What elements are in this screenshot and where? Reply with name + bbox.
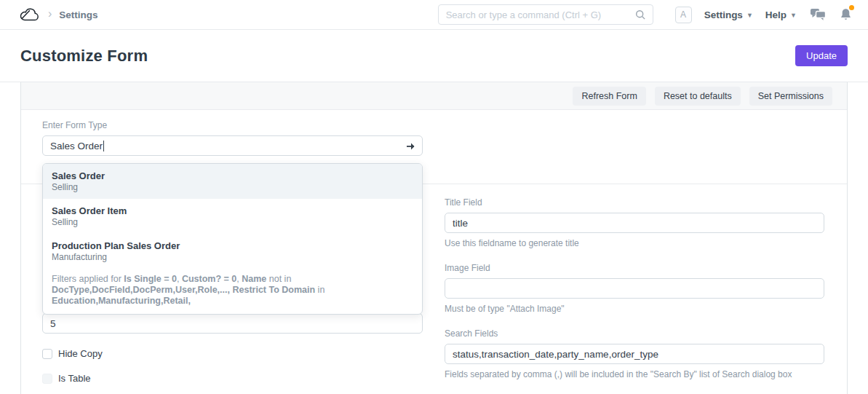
help-menu[interactable]: Help ▼ bbox=[765, 9, 797, 20]
customize-form-page: › Settings A Settings ▼ Help ▼ bbox=[0, 0, 868, 394]
checkbox-label: Hide Copy bbox=[58, 348, 103, 359]
form-type-label: Enter Form Type bbox=[42, 120, 423, 130]
title-field-label: Title Field bbox=[445, 197, 824, 208]
reset-to-defaults-button[interactable]: Reset to defaults bbox=[655, 87, 741, 106]
search-fields-input[interactable] bbox=[445, 344, 824, 364]
dropdown-option[interactable]: Production Plan Sales Order Manufacturin… bbox=[43, 234, 422, 269]
search-fields-field: Search Fields Fields separated by comma … bbox=[445, 328, 824, 379]
global-search[interactable] bbox=[438, 4, 653, 25]
hide-copy-checkbox-row[interactable]: Hide Copy bbox=[42, 348, 103, 359]
title-field: Title Field Use this fieldname to genera… bbox=[445, 197, 824, 248]
checkbox-disabled bbox=[42, 374, 52, 384]
form-type-input[interactable]: Sales Order bbox=[42, 135, 423, 156]
search-icon bbox=[635, 9, 646, 20]
app-logo-icon[interactable] bbox=[19, 7, 39, 22]
text-cursor bbox=[103, 141, 104, 151]
image-field-label: Image Field bbox=[445, 263, 824, 273]
form-card: Refresh Form Reset to defaults Set Permi… bbox=[20, 82, 848, 394]
avatar[interactable]: A bbox=[675, 7, 692, 23]
max-attachments-input[interactable] bbox=[42, 313, 423, 334]
form-type-field: Enter Form Type Sales Order bbox=[42, 120, 423, 156]
navbar-right: A Settings ▼ Help ▼ bbox=[675, 7, 852, 23]
search-fields-label: Search Fields bbox=[445, 328, 824, 339]
right-column: Title Field Use this fieldname to genera… bbox=[445, 197, 824, 394]
max-attachments-field bbox=[42, 313, 423, 334]
is-table-checkbox-row: Is Table bbox=[42, 373, 91, 384]
notifications-bell-icon[interactable] bbox=[840, 8, 852, 21]
image-field-help: Must be of type "Attach Image" bbox=[445, 304, 824, 314]
form-type-dropdown: Sales Order Selling Sales Order Item Sel… bbox=[42, 163, 423, 315]
breadcrumb[interactable]: Settings bbox=[59, 9, 97, 20]
checkbox[interactable] bbox=[42, 349, 52, 359]
checkbox-label: Is Table bbox=[58, 373, 91, 384]
update-button[interactable]: Update bbox=[795, 45, 848, 66]
page-head: Customize Form Update bbox=[0, 30, 868, 82]
page-title: Customize Form bbox=[20, 47, 148, 66]
search-fields-help: Fields separated by comma (,) will be in… bbox=[445, 369, 824, 379]
dropdown-filter-description: Filters applied for Is Single = 0, Custo… bbox=[43, 269, 422, 314]
title-field-input[interactable] bbox=[445, 213, 824, 233]
notification-dot bbox=[849, 5, 854, 10]
set-permissions-button[interactable]: Set Permissions bbox=[749, 87, 832, 106]
form-toolbar: Refresh Form Reset to defaults Set Permi… bbox=[21, 82, 847, 110]
title-field-help: Use this fieldname to generate title bbox=[445, 238, 824, 248]
chevron-down-icon: ▼ bbox=[746, 12, 753, 19]
link-arrow-icon[interactable] bbox=[406, 141, 416, 154]
search-input[interactable] bbox=[446, 9, 635, 20]
image-field: Image Field Must be of type "Attach Imag… bbox=[445, 263, 824, 314]
chevron-down-icon: ▼ bbox=[790, 12, 797, 19]
chat-icon[interactable] bbox=[811, 9, 826, 21]
refresh-form-button[interactable]: Refresh Form bbox=[573, 87, 645, 106]
image-field-input[interactable] bbox=[445, 278, 824, 299]
dropdown-option[interactable]: Sales Order Item Selling bbox=[43, 199, 422, 234]
settings-menu[interactable]: Settings ▼ bbox=[704, 9, 753, 20]
navbar: › Settings A Settings ▼ Help ▼ bbox=[0, 0, 868, 30]
dropdown-option[interactable]: Sales Order Selling bbox=[43, 164, 422, 199]
breadcrumb-chevron-icon: › bbox=[48, 7, 52, 20]
